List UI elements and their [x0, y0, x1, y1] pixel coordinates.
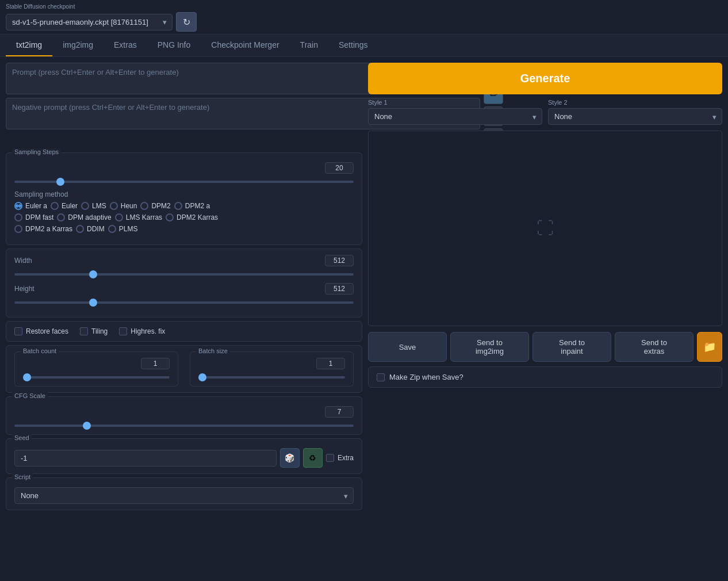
height-row: Height 512: [14, 283, 354, 295]
batch-size-slider[interactable]: [198, 376, 345, 379]
send-img2img-button[interactable]: Send to img2img: [450, 332, 529, 362]
width-value: 512: [325, 255, 354, 266]
send-extras-button[interactable]: Send to extras: [615, 332, 693, 362]
style1-select-wrapper: None: [368, 108, 542, 125]
radio-plms[interactable]: PLMS: [108, 225, 138, 233]
style-row: Style 1 None Style 2 None: [368, 99, 722, 125]
radio-circle-heun: [110, 202, 118, 210]
send-inpaint-button[interactable]: Send to inpaint: [532, 332, 611, 362]
extra-checkbox[interactable]: Extra: [326, 454, 354, 462]
radio-circle-dpm2-karras: [166, 213, 174, 221]
action-buttons: Save Send to img2img Send to inpaint Sen…: [368, 332, 722, 362]
sampling-steps-slider[interactable]: [14, 181, 354, 183]
sampling-panel: Sampling Steps 20 Sampling method Euler …: [6, 152, 362, 245]
height-slider[interactable]: [14, 301, 354, 304]
radio-ddim[interactable]: DDIM: [76, 225, 105, 233]
radio-label-dpm-fast: DPM fast: [25, 213, 53, 221]
radio-circle-euler-a: [14, 202, 22, 210]
highres-fix-checkbox[interactable]: Highres. fix: [119, 327, 165, 335]
dice-button[interactable]: 🎲: [280, 448, 300, 468]
main-area: Prompt (press Ctrl+Enter or Alt+Enter to…: [0, 57, 728, 516]
width-group: Width 512: [14, 255, 354, 277]
size-section: Width 512 Height 512: [6, 249, 362, 318]
style2-select[interactable]: None: [548, 108, 722, 125]
seed-input[interactable]: [14, 450, 277, 467]
positive-prompt-placeholder: Prompt (press Ctrl+Enter or Alt+Enter to…: [12, 68, 179, 77]
radio-heun[interactable]: Heun: [110, 202, 137, 210]
tab-img2img[interactable]: img2img: [52, 35, 104, 56]
cfg-scale-slider[interactable]: [14, 425, 354, 427]
batch-count-value: 1: [141, 358, 170, 369]
style1-select[interactable]: None: [368, 108, 542, 125]
header: Stable Diffusion checkpoint sd-v1-5-prun…: [0, 0, 728, 35]
radio-euler[interactable]: Euler: [51, 202, 78, 210]
radio-dpm2-a[interactable]: DPM2 a: [174, 202, 210, 210]
image-placeholder-icon: ⛶: [537, 219, 554, 238]
radio-circle-lms: [81, 202, 89, 210]
zip-checkbox[interactable]: [377, 373, 385, 381]
style1-label: Style 1: [368, 99, 542, 106]
batch-size-value: 1: [316, 358, 345, 369]
highres-fix-label: Highres. fix: [131, 327, 165, 335]
folder-button[interactable]: 📁: [697, 332, 722, 362]
radio-label-euler-a: Euler a: [25, 202, 47, 210]
radio-lms-karras[interactable]: LMS Karras: [115, 213, 162, 221]
script-select[interactable]: None: [14, 487, 354, 504]
seed-label: Seed: [12, 434, 32, 441]
radio-circle-euler: [51, 202, 59, 210]
tab-png-info[interactable]: PNG Info: [147, 35, 201, 56]
restore-faces-checkbox[interactable]: Restore faces: [14, 327, 68, 335]
checkpoint-row: sd-v1-5-pruned-emaonly.ckpt [81761151] ↻: [6, 12, 722, 32]
radio-dpm-fast[interactable]: DPM fast: [14, 213, 53, 221]
cfg-section: CFG Scale 7: [6, 396, 362, 435]
width-label: Width: [14, 257, 32, 265]
batch-count-slider[interactable]: [23, 376, 170, 379]
style2-label: Style 2: [548, 99, 722, 106]
checkpoint-select[interactable]: sd-v1-5-pruned-emaonly.ckpt [81761151]: [6, 14, 173, 30]
tiling-box: [80, 327, 88, 335]
tab-bar: txt2img img2img Extras PNG Info Checkpoi…: [0, 35, 728, 57]
radio-dpm2-karras[interactable]: DPM2 Karras: [166, 213, 218, 221]
radio-circle-lms-karras: [115, 213, 123, 221]
radio-circle-plms: [108, 225, 116, 233]
tiling-checkbox[interactable]: Tiling: [80, 327, 108, 335]
right-panel: Generate Style 1 None Style 2 None: [362, 63, 722, 510]
refresh-button[interactable]: ↻: [176, 12, 197, 32]
radio-label-dpm2: DPM2: [151, 202, 170, 210]
height-group: Height 512: [14, 283, 354, 305]
batch-count-row: 1: [23, 358, 170, 369]
height-value: 512: [325, 283, 354, 295]
seed-section: Seed 🎲 ♻ Extra: [6, 438, 362, 474]
tiling-label: Tiling: [91, 327, 108, 335]
tab-checkpoint-merger[interactable]: Checkpoint Merger: [201, 35, 289, 56]
sampling-steps-group: 20: [14, 162, 354, 185]
radio-dpm2[interactable]: DPM2: [140, 202, 170, 210]
restore-faces-box: [14, 327, 22, 335]
width-row: Width 512: [14, 255, 354, 266]
batch-section: Batch count 1 Batch size 1: [6, 345, 362, 393]
radio-dpm2-a-karras[interactable]: DPM2 a Karras: [14, 225, 72, 233]
recycle-button[interactable]: ♻: [303, 448, 323, 468]
cfg-scale-row: 7: [14, 406, 354, 418]
tab-settings[interactable]: Settings: [328, 35, 378, 56]
radio-lms[interactable]: LMS: [81, 202, 106, 210]
extra-box: [326, 454, 334, 462]
radio-label-plms: PLMS: [119, 225, 138, 233]
radio-dpm-adaptive[interactable]: DPM adaptive: [57, 213, 111, 221]
tab-txt2img[interactable]: txt2img: [6, 35, 52, 56]
width-slider[interactable]: [14, 273, 354, 276]
prompt-row: Prompt (press Ctrl+Enter or Alt+Enter to…: [6, 63, 362, 148]
tab-train[interactable]: Train: [290, 35, 328, 56]
save-button[interactable]: Save: [368, 332, 447, 362]
batch-count-group: Batch count 1: [14, 351, 178, 387]
radio-label-euler: Euler: [62, 202, 78, 210]
radio-label-dpm2-a: DPM2 a: [185, 202, 210, 210]
tab-extras[interactable]: Extras: [104, 35, 147, 56]
seed-row: 🎲 ♻ Extra: [14, 448, 354, 468]
sampling-method-label: Sampling method: [14, 190, 354, 198]
generate-button[interactable]: Generate: [368, 63, 722, 94]
radio-circle-dpm-fast: [14, 213, 22, 221]
batch-size-group: Batch size 1: [190, 351, 354, 387]
radio-euler-a[interactable]: Euler a: [14, 202, 47, 210]
radio-circle-dpm2-a-karras: [14, 225, 22, 233]
